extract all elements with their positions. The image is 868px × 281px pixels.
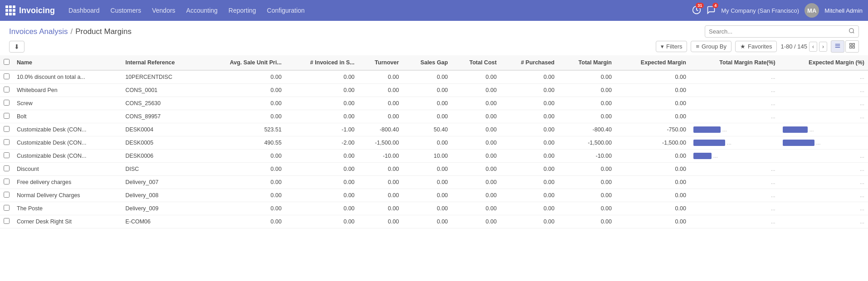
cell-total_margin_rate: ... [690,123,779,136]
search-bar[interactable] [705,25,859,38]
checkbox-row[interactable] [4,87,10,92]
col-sales-gap[interactable]: Sales Gap [403,55,452,70]
checkbox-row[interactable] [4,152,10,158]
row-checkbox[interactable] [0,70,13,84]
select-all-checkbox[interactable] [0,55,13,70]
col-num-invoiced[interactable]: # Invoiced in S... [285,55,358,70]
breadcrumb-separator: / [70,27,73,36]
table-row: Customizable Desk (CON...DESK0004523.51-… [0,123,868,136]
cell-sales_gap: 0.00 [403,70,452,84]
row-checkbox[interactable] [0,97,13,110]
nav-accounting[interactable]: Accounting [182,4,222,17]
row-checkbox[interactable] [0,202,13,215]
user-name[interactable]: Mitchell Admin [824,7,863,14]
row-checkbox[interactable] [0,189,13,202]
checkbox-all[interactable] [4,59,10,65]
cell-num_purchased: 0.00 [500,215,558,228]
cell-turnover: -10.00 [358,150,403,163]
cell-sales_gap: 0.00 [403,97,452,110]
checkbox-row[interactable] [4,179,10,184]
checkbox-row[interactable] [4,218,10,224]
cell-num_purchased: 0.00 [500,136,558,150]
nav-reporting[interactable]: Reporting [224,4,261,17]
svg-rect-7 [853,44,854,45]
nav-customers[interactable]: Customers [106,4,146,17]
nav-vendors[interactable]: Vendors [147,4,180,17]
cell-num_invoiced: 0.00 [285,163,358,176]
col-turnover[interactable]: Turnover [358,55,403,70]
cell-total_margin_rate: ... [690,202,779,215]
checkbox-row[interactable] [4,113,10,119]
list-view-button[interactable] [831,40,844,53]
col-total-cost[interactable]: Total Cost [452,55,501,70]
col-total-margin-rate[interactable]: Total Margin Rate(%) [690,55,779,70]
row-checkbox[interactable] [0,110,13,123]
col-total-margin[interactable]: Total Margin [558,55,615,70]
row-checkbox[interactable] [0,123,13,136]
prev-page-button[interactable]: ‹ [809,42,817,52]
search-icon[interactable] [848,28,855,35]
cell-name: Discount [13,163,122,176]
checkbox-row[interactable] [4,205,10,211]
favorites-button[interactable]: ★ Favorites [735,41,777,52]
cell-avg_sale: 0.00 [202,163,285,176]
col-name[interactable]: Name [13,55,122,70]
pagination-info: 1-80 / 145 [780,43,807,50]
cell-total_margin_rate: ... [690,150,779,163]
chart-view-button[interactable] [845,40,859,53]
cell-name: 10.0% discount on total a... [13,70,122,84]
col-avg-sale[interactable]: Avg. Sale Unit Pri... [202,55,285,70]
grid-icon [5,5,15,15]
col-expected-margin-pct[interactable]: Expected Margin (%) [779,55,868,70]
row-checkbox[interactable] [0,150,13,163]
cell-avg_sale: 0.00 [202,202,285,215]
cell-avg_sale: 0.00 [202,176,285,189]
cell-total_margin: 0.00 [558,70,615,84]
company-label[interactable]: My Company (San Francisco) [721,7,799,14]
cell-turnover: 0.00 [358,176,403,189]
cell-num_purchased: 0.00 [500,70,558,84]
app-brand[interactable]: Invoicing [5,5,55,15]
clock-icon-btn[interactable]: 31 [692,5,701,16]
cell-total_margin: 0.00 [558,189,615,202]
checkbox-row[interactable] [4,126,10,132]
row-checkbox[interactable] [0,136,13,150]
row-checkbox[interactable] [0,84,13,97]
col-expected-margin[interactable]: Expected Margin [615,55,690,70]
cell-sales_gap: 0.00 [403,176,452,189]
col-internal-ref[interactable]: Internal Reference [122,55,202,70]
checkbox-row[interactable] [4,165,10,171]
invoices-table: Name Internal Reference Avg. Sale Unit P… [0,55,868,228]
row-checkbox[interactable] [0,163,13,176]
cell-sales_gap: 0.00 [403,110,452,123]
cell-total_margin_rate: ... [690,97,779,110]
groupby-button[interactable]: ≡ Group By [691,41,731,52]
chat-icon-btn[interactable]: 4 [707,5,716,16]
ellipsis-label: ... [771,205,775,212]
filters-button[interactable]: ▾ Filters [656,41,687,52]
breadcrumb-parent[interactable]: Invoices Analysis [9,27,68,36]
top-navbar: Invoicing Dashboard Customers Vendors Ac… [0,0,868,21]
download-button[interactable]: ⬇ [9,41,24,53]
search-input[interactable] [709,28,848,35]
row-checkbox[interactable] [0,176,13,189]
checkbox-row[interactable] [4,139,10,145]
cell-name: Bolt [13,110,122,123]
row-checkbox[interactable] [0,215,13,228]
nav-dashboard[interactable]: Dashboard [64,4,104,17]
table-wrap: Name Internal Reference Avg. Sale Unit P… [0,55,868,228]
user-avatar[interactable]: MA [805,3,819,18]
ellipsis-label: ... [860,153,864,159]
cell-total_margin_rate: ... [690,215,779,228]
nav-configuration[interactable]: Configuration [263,4,309,17]
cell-total_margin_rate: ... [690,136,779,150]
pagination: 1-80 / 145 ‹ › [780,42,827,52]
cell-expected_margin_pct: ... [779,176,868,189]
checkbox-row[interactable] [4,100,10,106]
cell-total_cost: 0.00 [452,163,501,176]
cell-num_invoiced: 0.00 [285,84,358,97]
checkbox-row[interactable] [4,73,10,79]
checkbox-row[interactable] [4,192,10,198]
next-page-button[interactable]: › [819,42,827,52]
col-num-purchased[interactable]: # Purchased [500,55,558,70]
